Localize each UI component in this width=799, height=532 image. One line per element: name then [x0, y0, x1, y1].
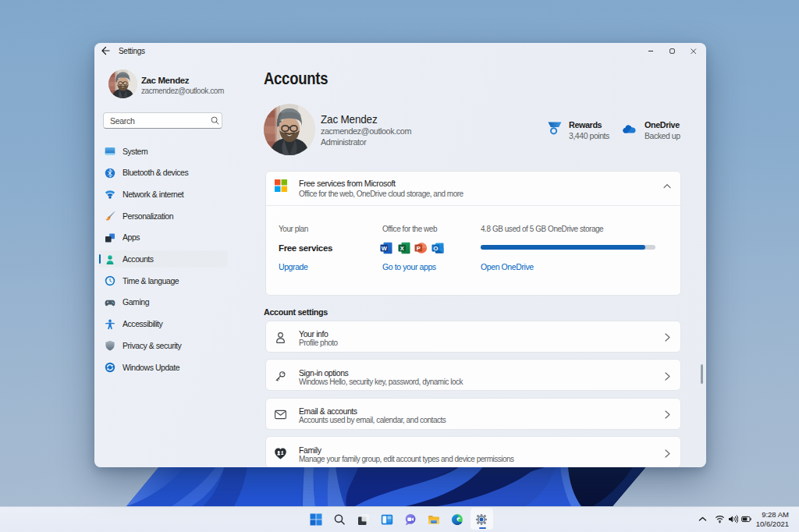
svg-text:X: X: [400, 244, 404, 251]
svg-text:O: O: [433, 244, 438, 251]
svg-text:W: W: [382, 244, 388, 251]
svg-text:P: P: [417, 244, 421, 251]
